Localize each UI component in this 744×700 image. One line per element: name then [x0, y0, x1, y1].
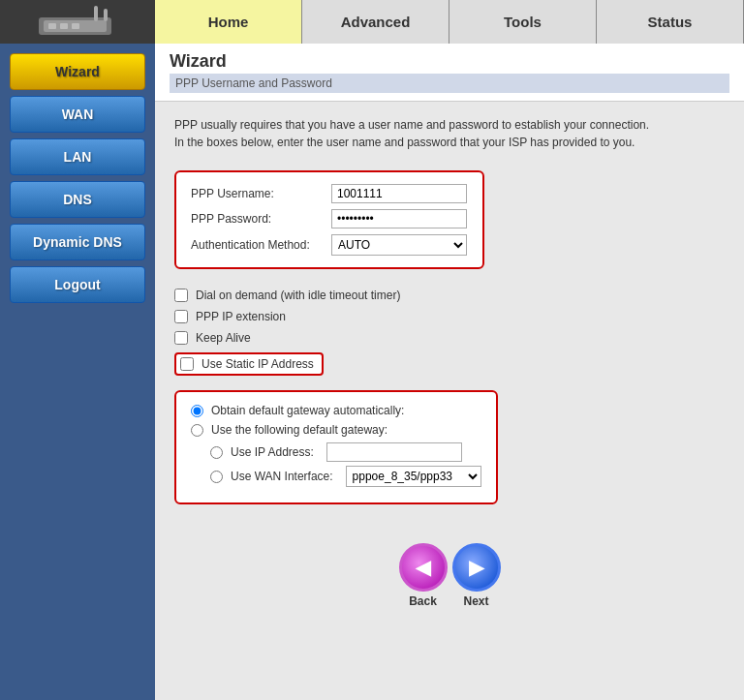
dial-on-demand-label: Dial on demand (with idle timeout timer) — [196, 289, 400, 302]
ppp-ip-extension-row: PPP IP extension — [174, 310, 725, 323]
nav-tabs: Home Advanced Tools Status — [155, 0, 744, 44]
next-icon: ▶ — [452, 543, 501, 592]
keep-alive-row: Keep Alive — [174, 331, 725, 345]
sidebar-item-dns[interactable]: DNS — [10, 181, 145, 218]
dial-on-demand-row: Dial on demand (with idle timeout timer) — [174, 289, 725, 302]
back-icon: ◀ — [399, 543, 448, 592]
back-label: Back — [409, 594, 437, 608]
use-wan-radio[interactable] — [210, 471, 223, 483]
tab-status[interactable]: Status — [597, 0, 744, 44]
dial-on-demand-checkbox[interactable] — [174, 289, 188, 302]
ppp-ip-extension-label: PPP IP extension — [196, 310, 286, 323]
navigation-buttons: ◀ Back ▶ Next — [174, 524, 725, 627]
checkbox-section: Dial on demand (with idle timeout timer)… — [174, 289, 725, 376]
auto-gateway-radio[interactable] — [191, 405, 203, 417]
tab-tools[interactable]: Tools — [450, 0, 597, 44]
password-input[interactable] — [331, 209, 467, 228]
main-layout: Wizard WAN LAN DNS Dynamic DNS Logout Wi… — [0, 44, 744, 700]
static-ip-checkbox[interactable] — [180, 357, 194, 371]
sidebar-item-lan[interactable]: LAN — [10, 138, 145, 175]
sidebar-item-wan[interactable]: WAN — [10, 96, 145, 133]
use-ip-label: Use IP Address: — [231, 445, 314, 459]
sidebar-item-wizard[interactable]: Wizard — [10, 53, 145, 90]
next-label: Next — [463, 594, 488, 608]
auto-gateway-label: Obtain default gateway automatically: — [211, 404, 404, 417]
svg-rect-3 — [60, 23, 68, 29]
use-ip-row: Use IP Address: — [210, 442, 481, 462]
content-body: PPP usually requires that you have a use… — [155, 102, 744, 700]
svg-rect-2 — [48, 23, 56, 29]
svg-rect-4 — [72, 23, 79, 29]
auth-method-select[interactable]: AUTO PAP CHAP MS-CHAP — [331, 234, 467, 256]
static-ip-label: Use Static IP Address — [202, 357, 314, 371]
auth-method-label: Authentication Method: — [191, 238, 331, 252]
auth-method-row: Authentication Method: AUTO PAP CHAP MS-… — [191, 234, 468, 256]
back-button[interactable]: ◀ Back — [399, 543, 448, 608]
username-label: PPP Username: — [191, 187, 331, 200]
keep-alive-label: Keep Alive — [196, 331, 251, 345]
content-header: Wizard PPP Username and Password — [155, 44, 744, 102]
ip-address-input[interactable] — [326, 442, 462, 462]
svg-rect-6 — [104, 9, 108, 21]
manual-gateway-row: Use the following default gateway: — [191, 423, 481, 437]
breadcrumb: PPP Username and Password — [170, 74, 729, 93]
password-label: PPP Password: — [191, 212, 331, 226]
page-title: Wizard — [170, 51, 729, 72]
use-wan-label: Use WAN Interface: — [231, 470, 333, 483]
ppp-ip-extension-checkbox[interactable] — [174, 310, 188, 323]
tab-home[interactable]: Home — [155, 0, 302, 44]
svg-rect-5 — [94, 6, 98, 21]
static-ip-row: Use Static IP Address — [174, 352, 725, 376]
next-button[interactable]: ▶ Next — [452, 543, 501, 608]
manual-gateway-label: Use the following default gateway: — [211, 423, 388, 437]
sidebar: Wizard WAN LAN DNS Dynamic DNS Logout — [0, 44, 155, 700]
username-input[interactable] — [331, 184, 467, 203]
auto-gateway-row: Obtain default gateway automatically: — [191, 404, 481, 417]
use-wan-row: Use WAN Interface: pppoe_8_35/ppp33 — [210, 466, 481, 487]
sidebar-item-dynamic-dns[interactable]: Dynamic DNS — [10, 224, 145, 260]
sidebar-item-logout[interactable]: Logout — [10, 266, 145, 303]
use-ip-radio[interactable] — [210, 446, 223, 459]
description-text: PPP usually requires that you have a use… — [174, 116, 725, 151]
wan-interface-select[interactable]: pppoe_8_35/ppp33 — [346, 466, 481, 487]
keep-alive-checkbox[interactable] — [174, 331, 188, 345]
username-row: PPP Username: — [191, 184, 468, 203]
top-navigation: Home Advanced Tools Status — [0, 0, 744, 44]
tab-advanced[interactable]: Advanced — [302, 0, 450, 44]
gateway-options-box: Obtain default gateway automatically: Us… — [174, 390, 498, 504]
router-logo — [0, 0, 155, 44]
ppp-credentials-form: PPP Username: PPP Password: Authenticati… — [174, 170, 484, 269]
manual-gateway-radio[interactable] — [191, 424, 203, 437]
static-ip-highlight: Use Static IP Address — [174, 352, 324, 376]
gateway-sub-options: Use IP Address: Use WAN Interface: pppoe… — [210, 442, 481, 487]
content-area: Wizard PPP Username and Password PPP usu… — [155, 44, 744, 700]
router-icon — [34, 3, 121, 42]
password-row: PPP Password: — [191, 209, 468, 228]
